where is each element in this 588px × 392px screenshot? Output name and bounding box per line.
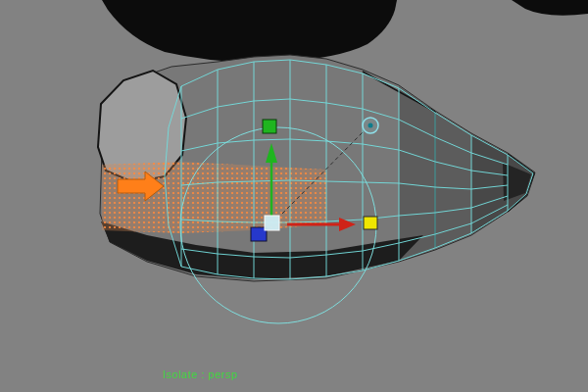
center-handle[interactable] [265, 216, 279, 230]
3d-viewport[interactable]: Isolate : persp [0, 0, 588, 392]
hud-isolate-camera-label: Isolate : persp [163, 368, 238, 380]
y-axis-square-handle[interactable] [263, 120, 276, 133]
selected-axis-square-handle[interactable] [364, 217, 377, 229]
soft-select-handle-dot [368, 123, 373, 128]
